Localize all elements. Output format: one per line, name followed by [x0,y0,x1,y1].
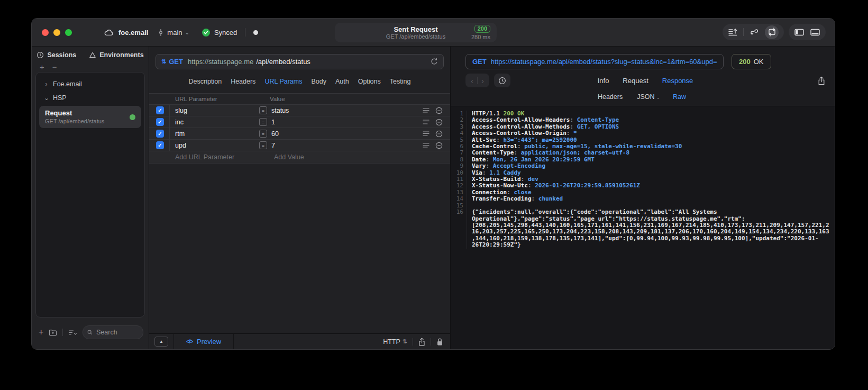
param-value[interactable]: 7 [267,142,423,149]
response-body-view[interactable]: 1 HTTP/1.1 200 OK 2 Access-Control-Allow… [451,106,835,349]
tree-item[interactable]: › Foe.email [36,77,144,91]
param-checkbox[interactable]: ✓ [156,118,164,126]
remove-param-icon[interactable] [435,130,443,138]
toggle-bottom-panel-icon[interactable] [810,28,820,37]
subtab-label: JSON [637,93,654,101]
request-tab[interactable]: Auth [335,78,349,85]
response-subtab[interactable]: Headers [598,93,624,101]
row-options-icon[interactable] [423,131,430,137]
method-dropdown-icon[interactable]: ⇅ [161,58,166,65]
remove-param-icon[interactable] [435,119,443,126]
add-param-placeholder[interactable]: Add URL Parameter [175,153,274,161]
request-tabs: Description Headers URL Params Body Auth… [149,69,450,93]
sent-request-summary[interactable]: Sent Request GET /api/embed/status 200 2… [335,23,497,42]
request-url-host[interactable]: https://statuspage.me [188,58,253,66]
request-tab[interactable]: Testing [390,78,411,85]
param-value[interactable]: status [267,107,423,114]
follow-redirect-icon[interactable] [749,28,760,37]
tree-item[interactable]: ⌄ HSP [36,91,144,105]
lock-icon[interactable] [436,338,443,346]
close-window-button[interactable] [42,29,49,36]
param-checkbox[interactable]: ✓ [156,141,164,149]
sidebar-footer: + [32,322,149,342]
response-subtab[interactable]: JSON⌄ [637,93,660,101]
request-method[interactable]: GET [169,58,183,66]
remove-session-button[interactable]: − [52,64,57,71]
share-icon[interactable] [418,338,425,346]
param-value[interactable]: 60 [267,130,423,138]
request-item-title: Request [45,109,130,117]
summary-status: 200 280 ms [471,25,490,40]
sidebar-search[interactable] [83,325,143,339]
popup-chevrons-icon: ⇅ [403,338,407,345]
branch-selector[interactable]: main ⌄ [157,29,189,37]
add-session-button[interactable]: + [40,64,44,71]
request-response-toggle[interactable] [765,25,779,39]
remove-param-icon[interactable] [435,142,443,149]
response-method: GET [472,58,487,66]
sidebar-request-item[interactable]: Request GET /api/embed/status [39,106,141,128]
param-checkbox[interactable]: ✓ [156,130,164,138]
export-response-icon[interactable] [818,76,825,85]
row-options-icon[interactable] [423,107,430,113]
response-tab[interactable]: Response [662,77,693,85]
response-tab[interactable]: Request [623,77,648,85]
row-options-icon[interactable] [423,119,430,125]
response-tabs: Info Request Response [598,77,693,85]
line-number: 6 [451,143,467,150]
toolbar-group-actions [723,24,784,40]
workspace-name[interactable]: foe.email [118,29,148,37]
zoom-window-button[interactable] [65,29,72,36]
history-clock-icon[interactable] [494,74,510,87]
forward-icon[interactable]: › [478,77,488,85]
new-item-button[interactable]: + [39,329,43,336]
add-param-row: Add URL Parameter Add Value [149,151,450,163]
response-tab[interactable]: Info [598,77,609,85]
tab-environments[interactable]: Environments [89,51,143,59]
tab-sessions[interactable]: Sessions [36,51,76,59]
tree-chevron-icon[interactable]: › [44,80,49,88]
param-name[interactable]: upd [170,142,259,149]
row-options-icon[interactable] [423,142,430,148]
collapse-panel-button[interactable]: ▲ [154,337,168,347]
request-url-bar[interactable]: ⇅ GET https://statuspage.me/api/embed/st… [156,54,444,69]
request-tab[interactable]: URL Params [264,78,302,85]
line-number: 16 [451,209,467,248]
line-number: 9 [451,163,467,169]
new-folder-icon[interactable] [49,329,57,336]
tree-chevron-icon[interactable]: ⌄ [44,94,49,102]
status-dot [253,30,258,35]
request-tab[interactable]: Headers [231,78,255,85]
equals-icon: = [259,141,267,149]
response-top-bar: GET https://statuspage.me/api/embed/stat… [465,54,825,69]
footer-divider [62,329,63,336]
sort-list-icon[interactable] [68,329,77,336]
response-subtab[interactable]: Raw [673,93,688,101]
request-url-path[interactable]: /api/embed/status [256,58,310,66]
request-tab[interactable]: Description [189,78,222,85]
request-tab[interactable]: Options [358,78,381,85]
line-number: 14 [451,196,467,202]
reload-icon[interactable] [431,58,438,66]
line-number: 8 [451,157,467,163]
param-checkbox[interactable]: ✓ [156,106,164,114]
back-icon[interactable]: ‹ [467,77,477,85]
response-url-box[interactable]: GET https://statuspage.me/api/embed/stat… [465,54,724,69]
add-value-placeholder[interactable]: Add Value [274,153,304,161]
import-export-icon[interactable] [728,28,738,37]
preview-button[interactable]: </> Preview [174,334,233,349]
cloud-icon [104,29,114,37]
param-name[interactable]: rtm [170,130,259,138]
protocol-selector[interactable]: HTTP ⇅ [383,338,407,346]
search-input[interactable] [95,328,139,337]
minimize-window-button[interactable] [53,29,60,36]
param-name[interactable]: slug [170,107,259,114]
remove-param-icon[interactable] [435,107,443,114]
sync-status[interactable]: Synced [202,28,237,37]
param-value[interactable]: 1 [267,119,423,126]
param-name[interactable]: inc [170,119,259,126]
history-nav-group: ‹ › [465,74,489,87]
param-row: ✓ rtm = 60 [149,128,450,139]
request-tab[interactable]: Body [311,78,326,85]
toggle-sidebar-icon[interactable] [794,28,805,37]
